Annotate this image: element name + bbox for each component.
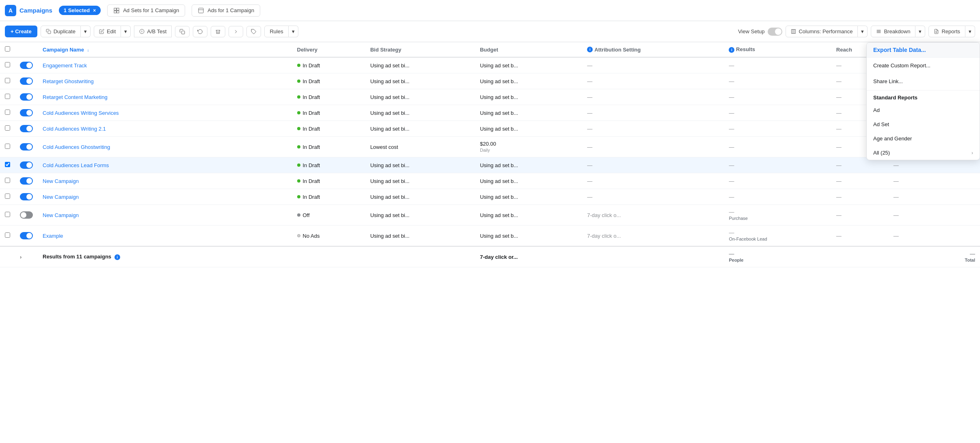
row-reach-cell: — — [831, 205, 889, 226]
standard-report-adset[interactable]: Ad Set — [867, 117, 980, 131]
campaign-toggle[interactable] — [20, 211, 33, 219]
campaign-toggle[interactable] — [20, 177, 33, 185]
row-checkbox[interactable] — [5, 194, 10, 199]
reach-value: — — [836, 110, 842, 116]
campaign-name-link[interactable]: Cold Audiences Lead Forms — [43, 162, 109, 168]
campaign-toggle[interactable] — [20, 62, 33, 69]
row-delivery-cell: In Draft — [292, 57, 365, 73]
campaign-name-link[interactable]: Retarget Content Marketing — [43, 94, 108, 100]
rules-button[interactable]: Rules — [264, 26, 288, 37]
row-budget-cell: $20.00Daily — [475, 137, 582, 157]
undo-icon — [197, 29, 203, 34]
reports-dropdown: Export Table Data... Create Custom Repor… — [866, 42, 980, 160]
campaign-name-link[interactable]: Cold Audiences Ghostwriting — [43, 144, 110, 150]
header-bid-strategy[interactable]: Bid Strategy — [365, 42, 475, 57]
row-checkbox[interactable] — [5, 144, 10, 149]
selected-clear[interactable]: × — [93, 8, 96, 13]
adsets-nav[interactable]: Ad Sets for 1 Campaign — [107, 4, 185, 17]
copy-icon-button[interactable] — [175, 26, 190, 37]
row-campaign-name-cell: Engagement Track — [38, 57, 292, 73]
campaign-toggle[interactable] — [20, 193, 33, 200]
row-checkbox-cell — [0, 57, 15, 73]
header-attribution[interactable]: i Attribution Setting — [582, 42, 724, 57]
export-table-label[interactable]: Export Table Data... — [867, 43, 980, 58]
delete-button[interactable] — [211, 26, 225, 37]
campaign-name-link[interactable]: Example — [43, 233, 63, 239]
row-checkbox-cell — [0, 205, 15, 226]
campaign-name-link[interactable]: Engagement Track — [43, 62, 87, 69]
campaign-name-link[interactable]: New Campaign — [43, 178, 79, 184]
rules-caret[interactable]: ▾ — [289, 26, 298, 37]
footer-info-icon[interactable]: i — [114, 254, 120, 260]
delivery-label: In Draft — [303, 110, 320, 116]
row-checkbox[interactable] — [5, 94, 10, 99]
tag-button[interactable] — [246, 26, 261, 37]
row-campaign-name-cell: Retarget Content Marketing — [38, 89, 292, 105]
row-delivery-cell: In Draft — [292, 73, 365, 89]
campaign-toggle[interactable] — [20, 161, 33, 169]
row-delivery-cell: In Draft — [292, 89, 365, 105]
impressions-value: — — [894, 233, 899, 239]
table-container: Campaign Name ↓ Delivery Bid Strategy Bu… — [0, 42, 980, 443]
campaign-toggle[interactable] — [20, 93, 33, 101]
row-checkbox[interactable] — [5, 110, 10, 115]
impressions-value: — — [894, 194, 899, 200]
view-setup-toggle[interactable] — [768, 28, 782, 36]
attribution-info-icon[interactable]: i — [587, 47, 593, 52]
row-campaign-name-cell: Cold Audiences Writing 2.1 — [38, 121, 292, 137]
row-campaign-name-cell: Cold Audiences Writing Services — [38, 105, 292, 121]
campaign-toggle[interactable] — [20, 143, 33, 151]
standard-report-age-gender[interactable]: Age and Gender — [867, 131, 980, 146]
share-link-item[interactable]: Share Link... — [867, 73, 980, 89]
campaign-toggle[interactable] — [20, 109, 33, 116]
header-budget[interactable]: Budget — [475, 42, 582, 57]
row-budget-cell: Using ad set b... — [475, 226, 582, 247]
campaign-toggle[interactable] — [20, 125, 33, 132]
results-info-icon[interactable]: i — [729, 47, 734, 53]
row-checkbox[interactable] — [5, 125, 10, 131]
row-checkbox[interactable] — [5, 62, 10, 67]
edit-caret[interactable]: ▾ — [121, 26, 131, 37]
columns-caret[interactable]: ▾ — [858, 26, 868, 37]
breakdown-button[interactable]: Breakdown — [871, 26, 915, 37]
move-button[interactable] — [229, 26, 243, 37]
select-all-checkbox[interactable] — [5, 46, 10, 52]
row-checkbox[interactable] — [5, 232, 10, 238]
row-attribution-cell: — — [582, 157, 724, 173]
columns-button[interactable]: Columns: Performance — [786, 26, 858, 37]
row-attribution-cell: — — [582, 137, 724, 157]
campaign-name-link[interactable]: Retarget Ghostwriting — [43, 78, 94, 84]
breakdown-caret[interactable]: ▾ — [915, 26, 925, 37]
row-checkbox[interactable] — [5, 162, 10, 167]
campaign-name-link[interactable]: Cold Audiences Writing Services — [43, 110, 119, 116]
campaign-toggle[interactable] — [20, 232, 33, 239]
create-custom-report-item[interactable]: Create Custom Report... — [867, 58, 980, 73]
header-results[interactable]: i Results — [724, 42, 831, 57]
impressions-value: — — [894, 178, 899, 184]
row-checkbox[interactable] — [5, 212, 10, 217]
undo-button[interactable] — [193, 26, 207, 37]
row-checkbox[interactable] — [5, 78, 10, 83]
campaign-name-link[interactable]: Cold Audiences Writing 2.1 — [43, 126, 106, 132]
row-bid-cell: Lowest cost — [365, 137, 475, 157]
campaign-name-link[interactable]: New Campaign — [43, 212, 79, 218]
reports-caret[interactable]: ▾ — [965, 26, 975, 37]
duplicate-caret[interactable]: ▾ — [81, 26, 91, 37]
campaign-toggle[interactable] — [20, 77, 33, 85]
create-button[interactable]: + Create — [5, 26, 37, 37]
header-delivery[interactable]: Delivery — [292, 42, 365, 57]
standard-report-ad[interactable]: Ad — [867, 103, 980, 117]
footer-expand[interactable]: › — [20, 254, 22, 260]
reports-button[interactable]: Reports — [928, 26, 965, 37]
standard-report-all[interactable]: All (25) › — [867, 146, 980, 160]
ab-test-button[interactable]: A/B Test — [134, 26, 172, 37]
row-checkbox[interactable] — [5, 178, 10, 183]
header-toggle-col — [15, 42, 38, 57]
breakdown-icon — [876, 29, 881, 34]
campaign-name-link[interactable]: New Campaign — [43, 194, 79, 200]
ads-nav[interactable]: Ads for 1 Campaign — [192, 4, 260, 17]
duplicate-button[interactable]: Duplicate — [41, 26, 81, 37]
edit-button[interactable]: Edit — [94, 26, 121, 37]
selected-badge[interactable]: 1 Selected × — [59, 6, 101, 15]
header-campaign-name[interactable]: Campaign Name ↓ — [38, 42, 292, 57]
